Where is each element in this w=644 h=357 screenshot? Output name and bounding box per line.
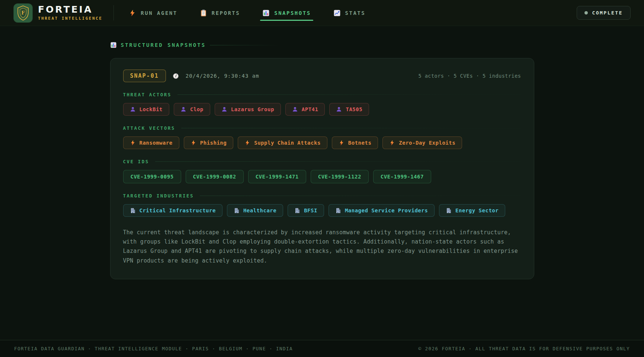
- status-dot-icon: [584, 11, 588, 15]
- cve-chip[interactable]: CVE-1999-1467: [373, 170, 431, 183]
- nav-tab-label: RUN AGENT: [141, 10, 177, 16]
- industry-chip[interactable]: Managed Service Providers: [329, 204, 435, 217]
- snapshot-timestamp: 20/4/2026, 9:30:43 am: [186, 73, 259, 79]
- nav-tab-label: STATS: [345, 10, 366, 16]
- person-icon: [130, 106, 136, 112]
- snapshot-sections: THREAT ACTORSLockBitClopLazarus GroupAPT…: [123, 92, 521, 217]
- industry-chip[interactable]: Critical Infrastructure: [123, 204, 222, 217]
- nav-tab-snapshots[interactable]: SNAPSHOTS: [262, 0, 311, 26]
- lightning-icon: [190, 140, 196, 146]
- footer: FORTEIA DATA GUARDIAN · THREAT INTELLIGE…: [0, 340, 644, 357]
- threat-actor-chip[interactable]: LockBit: [123, 103, 170, 116]
- lightning-icon: [244, 140, 250, 146]
- footer-left-text: FORTEIA DATA GUARDIAN · THREAT INTELLIGE…: [14, 346, 293, 351]
- chip-label: Critical Infrastructure: [140, 208, 216, 213]
- section-label: CVE IDS: [123, 159, 149, 164]
- person-icon: [292, 106, 298, 112]
- targeted-industries-section: TARGETED INDUSTRIESCritical Infrastructu…: [123, 193, 521, 217]
- chip-label: Ransomware: [140, 140, 173, 146]
- snapshot-id-badge: SNAP-01: [123, 70, 166, 82]
- clipboard-icon: [200, 9, 207, 17]
- top-bar: F FORTEIA THREAT INTELLIGENCE RUN AGENTR…: [0, 0, 644, 26]
- section-label: THREAT ACTORS: [123, 92, 172, 97]
- section-divider: [200, 196, 521, 196]
- lightning-icon: [389, 140, 395, 146]
- status-badge: COMPLETE: [577, 6, 631, 20]
- cve-chip[interactable]: CVE-1999-1471: [248, 170, 306, 183]
- threat-actor-chip[interactable]: Lazarus Group: [215, 103, 281, 116]
- nav-tab-stats[interactable]: STATS: [333, 0, 366, 26]
- threat-actor-chip[interactable]: Clop: [174, 103, 210, 116]
- forteia-logo: F: [13, 3, 33, 23]
- page-title: STRUCTURED SNAPSHOTS: [121, 42, 206, 48]
- snapshot-card: SNAP-01 20/4/2026, 9:30:43 am 5 actors ·…: [110, 58, 534, 279]
- person-icon: [180, 106, 186, 112]
- building-icon: [335, 208, 341, 213]
- lightning-icon: [339, 140, 345, 146]
- industry-chip[interactable]: BFSI: [288, 204, 324, 217]
- threat-actors-section: THREAT ACTORSLockBitClopLazarus GroupAPT…: [123, 92, 521, 116]
- attack-vectors-chip-row: RansomwarePhishingSupply Chain AttacksBo…: [123, 136, 521, 149]
- attack-vector-chip[interactable]: Phishing: [184, 136, 233, 149]
- chip-label: Supply Chain Attacks: [254, 140, 321, 146]
- chip-label: CVE-1999-1122: [318, 174, 361, 180]
- person-icon: [336, 106, 342, 112]
- attack-vector-chip[interactable]: Supply Chain Attacks: [238, 136, 327, 149]
- person-icon: [221, 106, 227, 112]
- footer-right-text: © 2026 FORTEIA · ALL THREAT DATA IS FOR …: [418, 346, 630, 351]
- attack-vector-chip[interactable]: Botnets: [332, 136, 378, 149]
- cve-chip[interactable]: CVE-1999-1122: [311, 170, 369, 183]
- clock-icon: [173, 73, 179, 79]
- attack-vector-chip[interactable]: Zero-Day Exploits: [382, 136, 462, 149]
- chip-label: APT41: [302, 106, 318, 112]
- industry-chip[interactable]: Healthcare: [227, 204, 283, 217]
- cve-ids-chip-row: CVE-1999-0095CVE-1999-0082CVE-1999-1471C…: [123, 170, 521, 183]
- chip-label: Botnets: [348, 140, 372, 146]
- section-divider: [155, 161, 521, 162]
- chip-label: Healthcare: [243, 208, 276, 213]
- page-section-header: STRUCTURED SNAPSHOTS: [110, 42, 534, 48]
- shield-logo-icon: F: [16, 5, 30, 21]
- status-badge-label: COMPLETE: [592, 10, 623, 16]
- snapshot-card-header: SNAP-01 20/4/2026, 9:30:43 am 5 actors ·…: [123, 70, 521, 82]
- line-chart-icon: [333, 9, 341, 17]
- threat-actor-chip[interactable]: APT41: [285, 103, 325, 116]
- building-icon: [234, 208, 240, 213]
- brand-tagline: THREAT INTELLIGENCE: [38, 16, 102, 21]
- nav-tab-label: REPORTS: [212, 10, 240, 16]
- lightning-icon: [130, 140, 136, 146]
- snapshot-summary: The current threat landscape is characte…: [123, 228, 521, 266]
- main-nav: RUN AGENTREPORTSSNAPSHOTSSTATS: [129, 0, 365, 26]
- cve-chip[interactable]: CVE-1999-0082: [186, 170, 244, 183]
- header-divider: [113, 5, 114, 20]
- chip-label: Lazarus Group: [231, 106, 274, 112]
- cve-ids-section: CVE IDSCVE-1999-0095CVE-1999-0082CVE-199…: [123, 159, 521, 183]
- attack-vector-chip[interactable]: Ransomware: [123, 136, 179, 149]
- chip-label: LockBit: [140, 106, 163, 112]
- snapshot-meta-counts: 5 actors · 5 CVEs · 5 industries: [418, 73, 521, 79]
- cve-chip[interactable]: CVE-1999-0095: [123, 170, 181, 183]
- threat-actor-chip[interactable]: TA505: [329, 103, 369, 116]
- chip-label: Phishing: [200, 140, 227, 146]
- title-divider: [210, 45, 281, 45]
- chip-label: Clop: [190, 106, 204, 112]
- nav-tab-reports[interactable]: REPORTS: [200, 0, 240, 26]
- section-divider: [177, 94, 521, 95]
- bar-chart-icon: [262, 9, 270, 17]
- threat-actors-chip-row: LockBitClopLazarus GroupAPT41TA505: [123, 103, 521, 116]
- chip-label: CVE-1999-1471: [256, 174, 299, 180]
- targeted-industries-chip-row: Critical InfrastructureHealthcareBFSIMan…: [123, 204, 521, 217]
- brand-name: FORTEIA: [38, 5, 102, 14]
- industry-chip[interactable]: Energy Sector: [439, 204, 505, 217]
- lightning-icon: [129, 9, 136, 17]
- nav-tab-run-agent[interactable]: RUN AGENT: [129, 0, 177, 26]
- chip-label: CVE-1999-1467: [381, 174, 424, 180]
- chip-label: CVE-1999-0082: [193, 174, 236, 180]
- brand[interactable]: F FORTEIA THREAT INTELLIGENCE: [13, 0, 102, 26]
- section-label: TARGETED INDUSTRIES: [123, 193, 194, 199]
- building-icon: [294, 208, 300, 213]
- chip-label: Energy Sector: [455, 208, 499, 213]
- chip-label: Zero-Day Exploits: [399, 140, 455, 146]
- bar-chart-icon: [110, 42, 117, 48]
- chip-label: BFSI: [304, 208, 317, 213]
